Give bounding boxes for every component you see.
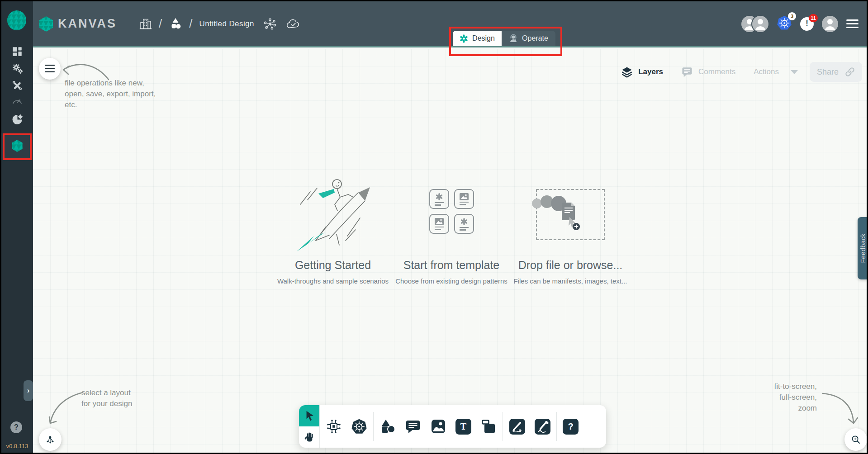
operate-headset-icon bbox=[509, 34, 518, 43]
annotation-layout: select a layout for your design bbox=[81, 388, 132, 409]
toolbar: T bbox=[299, 405, 606, 448]
layers-label: Layers bbox=[638, 67, 663, 76]
sidebar-item-settings[interactable] bbox=[1, 62, 33, 75]
pen-tool[interactable] bbox=[509, 418, 525, 435]
pan-tool[interactable] bbox=[299, 426, 319, 448]
share-button[interactable]: Share bbox=[810, 62, 862, 82]
drop-file-illustration bbox=[530, 191, 584, 234]
sidebar-item-extensions[interactable] bbox=[1, 114, 33, 126]
layers-button[interactable]: Layers bbox=[621, 66, 663, 78]
dashboard-icon bbox=[11, 46, 23, 57]
actions-dropdown[interactable]: Actions bbox=[754, 67, 798, 76]
feedback-label: Feedback bbox=[859, 233, 867, 263]
cloud-saved-icon[interactable] bbox=[286, 18, 300, 30]
tab-design[interactable]: Design bbox=[453, 31, 502, 46]
workspace-shapes-icon[interactable] bbox=[169, 17, 182, 31]
sidebar: › ? v0.8.113 bbox=[1, 1, 33, 453]
zoom-magnifier-icon bbox=[850, 434, 862, 445]
text-tool[interactable]: T bbox=[455, 419, 471, 435]
comments-label: Comments bbox=[698, 67, 735, 76]
feedback-tab[interactable]: Feedback bbox=[858, 217, 867, 279]
template-tile bbox=[429, 214, 449, 234]
kanvas-wordmark: KANVAS bbox=[58, 17, 117, 31]
card-drop-file[interactable]: Drop file or browse... Files can be mani… bbox=[498, 176, 643, 285]
zoom-button[interactable] bbox=[844, 428, 867, 451]
help-tool-icon: ? bbox=[568, 421, 573, 432]
settings-gears-icon bbox=[11, 62, 24, 75]
kubernetes-tool[interactable] bbox=[351, 418, 367, 435]
card-subtitle: Files can be manifests, images, text... bbox=[498, 277, 643, 285]
annotation-file-ops: file operations like new, open, save, ex… bbox=[65, 78, 156, 110]
organization-icon[interactable] bbox=[139, 17, 152, 31]
template-tile bbox=[429, 189, 449, 209]
sidebar-item-toolkit[interactable] bbox=[1, 80, 33, 91]
text-tool-icon: T bbox=[460, 421, 466, 432]
help-button[interactable]: ? bbox=[10, 421, 22, 433]
pointer-tools bbox=[299, 405, 320, 448]
kubernetes-status[interactable]: 3 bbox=[777, 15, 792, 33]
card-title: Drop file or browse... bbox=[498, 259, 643, 272]
pencil-tool[interactable] bbox=[534, 418, 550, 435]
share-label: Share bbox=[817, 67, 839, 77]
image-tool[interactable] bbox=[430, 418, 446, 435]
kanvas-sidebar-icon bbox=[11, 139, 24, 152]
comments-button[interactable]: Comments bbox=[681, 66, 735, 78]
layout-button[interactable] bbox=[39, 428, 62, 451]
collaborator-avatar-icon bbox=[752, 16, 768, 32]
actions-label: Actions bbox=[754, 67, 779, 76]
shapes-tool-icon bbox=[379, 418, 396, 435]
toolbar-group-annotate: T bbox=[374, 405, 503, 448]
sidebar-item-kanvas[interactable] bbox=[1, 139, 33, 152]
toolbar-group-draw bbox=[503, 405, 556, 448]
user-avatar-icon[interactable] bbox=[822, 16, 838, 32]
comment-tool[interactable] bbox=[405, 418, 421, 435]
breadcrumb-separator: / bbox=[159, 17, 162, 31]
design-title[interactable]: Untitled Design bbox=[199, 19, 254, 28]
select-cursor-icon bbox=[304, 410, 315, 422]
kanvas-logo-icon bbox=[38, 16, 54, 32]
annotation-arrow-zoom bbox=[821, 387, 858, 428]
notifications[interactable]: ! 11 bbox=[800, 17, 814, 31]
note-tool[interactable] bbox=[480, 418, 497, 435]
component-tool[interactable] bbox=[326, 418, 342, 435]
template-tile bbox=[454, 189, 474, 209]
mode-tabs: Design Operate bbox=[453, 31, 555, 46]
shapes-tool[interactable] bbox=[379, 418, 396, 435]
expand-chevron-icon[interactable]: › bbox=[24, 380, 33, 401]
toolbar-group-help: ? bbox=[557, 405, 584, 448]
toolkit-icon bbox=[11, 80, 23, 91]
share-link-icon bbox=[845, 67, 855, 77]
pen-tool-icon bbox=[509, 419, 525, 435]
breadcrumb: / / Untitled Design bbox=[139, 17, 300, 31]
notification-count-badge: 11 bbox=[809, 14, 818, 22]
drop-zone[interactable] bbox=[536, 189, 605, 240]
tab-operate[interactable]: Operate bbox=[502, 31, 555, 46]
select-tool[interactable] bbox=[299, 405, 319, 426]
rocket-doodle bbox=[292, 176, 374, 253]
app-version: v0.8.113 bbox=[1, 443, 33, 449]
annotation-arrow-layout bbox=[44, 389, 85, 430]
template-tile bbox=[454, 214, 474, 234]
layout-graph-icon bbox=[44, 434, 56, 445]
sidebar-item-performance[interactable] bbox=[1, 96, 33, 107]
sidebar-item-dashboard[interactable] bbox=[1, 46, 33, 57]
menu-icon bbox=[45, 65, 55, 73]
kubernetes-tool-icon bbox=[351, 418, 367, 435]
comments-icon bbox=[681, 66, 693, 78]
design-graph-icon[interactable] bbox=[264, 18, 276, 30]
kanvas-brand[interactable]: KANVAS bbox=[38, 16, 117, 32]
layer5-logo-icon[interactable] bbox=[6, 9, 27, 33]
hamburger-menu-icon[interactable] bbox=[846, 17, 859, 30]
comment-tool-icon bbox=[405, 418, 421, 435]
pencil-tool-icon bbox=[535, 419, 550, 435]
template-tiles bbox=[429, 189, 474, 234]
design-spiral-icon bbox=[460, 34, 468, 43]
design-canvas[interactable]: file operations like new, open, save, ex… bbox=[33, 49, 867, 453]
file-menu-button[interactable] bbox=[39, 58, 61, 80]
layers-icon bbox=[621, 66, 633, 78]
extensions-icon bbox=[11, 114, 24, 126]
header: KANVAS / / Untitled Design bbox=[33, 1, 867, 47]
help-tool[interactable]: ? bbox=[563, 419, 579, 435]
design-bar: Layers Comments Actions Share bbox=[621, 61, 862, 82]
collaborator-avatars[interactable] bbox=[741, 16, 768, 32]
